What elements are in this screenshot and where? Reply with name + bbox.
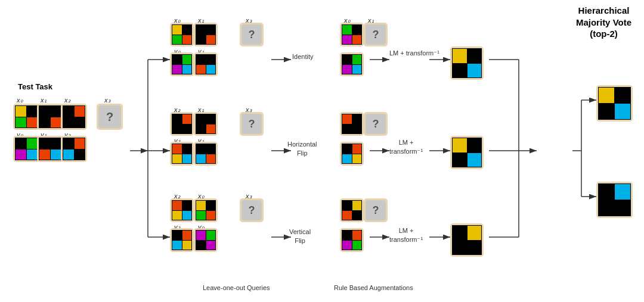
test-task-label: Test Task (18, 82, 52, 91)
diagram: Test Task x₀ x₁ x₂ x₃ ? (0, 0, 644, 302)
lm-top: LM + transform⁻¹ (389, 49, 439, 58)
mid-aug-gy0 (340, 142, 364, 166)
bot-query-gy0 (170, 228, 194, 252)
top-query-g3: ? (240, 23, 264, 46)
mid-query-g3: ? (240, 112, 264, 136)
top-aug-g0 (340, 23, 364, 46)
test-grid-x3: ? (97, 104, 123, 130)
bot-query-gy1 (194, 228, 218, 252)
test-grid-x1 (37, 104, 63, 130)
bot-query-g1 (194, 198, 218, 222)
identity-label: Identity (292, 52, 313, 61)
mid-result (450, 136, 484, 169)
bot-aug-g0 (340, 198, 364, 222)
rule-based-label: Rule Based Augmentations (334, 284, 413, 291)
mid-query-g1 (194, 112, 218, 136)
final-bot-result (596, 182, 633, 218)
bot-result (450, 223, 484, 257)
mid-aug-g1: ? (364, 112, 388, 136)
top-aug-gy0 (340, 52, 364, 76)
title: Hierarchical Majority Vote (top-2) (569, 5, 638, 40)
mid-query-gy1 (194, 142, 218, 166)
test-grid-x0 (13, 104, 39, 130)
horizontal-flip-label: HorizontalFlip (287, 140, 317, 158)
test-grid-y1 (37, 136, 63, 162)
top-aug-g1: ? (364, 23, 388, 46)
vertical-flip-label: VerticalFlip (289, 228, 311, 246)
bot-query-g3: ? (240, 198, 264, 222)
arrows-svg (0, 0, 644, 302)
top-result (450, 46, 484, 80)
bot-query-g0 (170, 198, 194, 222)
bot-aug-g1: ? (364, 198, 388, 222)
top-query-g1 (194, 23, 218, 46)
top-query-g0 (170, 23, 194, 46)
bot-aug-gy0 (340, 228, 364, 252)
lm-mid: LM +transform⁻¹ (389, 138, 423, 157)
top-query-gy0 (170, 52, 194, 76)
lm-bot: LM +transform⁻¹ (389, 226, 423, 245)
leave-one-out-label: Leave-one-out Queries (203, 284, 270, 291)
test-grid-y2 (61, 136, 87, 162)
mid-query-gy0 (170, 142, 194, 166)
mid-aug-g0 (340, 112, 364, 136)
test-grid-y0 (13, 136, 39, 162)
top-query-gy1 (194, 52, 218, 76)
final-top-result (596, 85, 633, 122)
test-grid-x2 (61, 104, 87, 130)
mid-query-g0 (170, 112, 194, 136)
